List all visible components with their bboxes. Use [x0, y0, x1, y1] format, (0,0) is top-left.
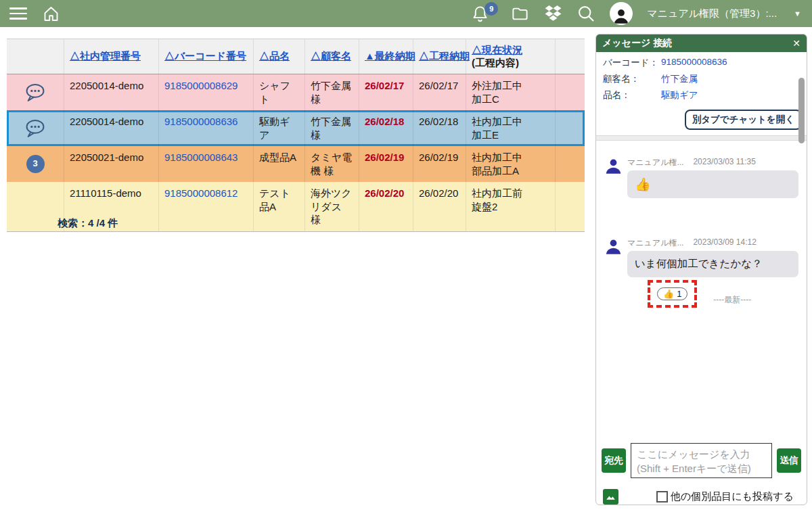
home-icon	[42, 5, 60, 23]
user-menu-label[interactable]: マニュアル権限（管理3）:...	[647, 7, 777, 20]
item-name-value: 駆動ギア	[661, 89, 807, 101]
cell-internal-id: 22050014-demo	[64, 110, 159, 146]
cell-process-due: 26/02/18	[413, 110, 466, 146]
message-count-badge: 3	[26, 155, 45, 173]
cell-extra	[556, 74, 585, 110]
cell-barcode-link[interactable]: 9185000008643	[164, 151, 238, 163]
dropbox-icon	[544, 5, 562, 22]
row-message-count-button[interactable]: 3	[7, 146, 64, 182]
cell-internal-id: 22050014-demo	[64, 74, 159, 110]
search-button[interactable]	[577, 4, 595, 23]
cell-internal-id: 22050021-demo	[64, 146, 159, 182]
cell-extra	[556, 182, 585, 231]
column-header-internal-id[interactable]: △社内管理番号	[70, 50, 141, 63]
attach-image-button[interactable]	[603, 489, 618, 505]
send-button[interactable]: 送信	[777, 448, 801, 473]
search-icon	[577, 4, 595, 23]
top-navigation-bar: 9 マニュアル権限（管理3）:... ▼	[0, 0, 812, 27]
notifications-button[interactable]: 9	[471, 5, 489, 23]
panel-scrollbar-thumb[interactable]	[798, 78, 805, 143]
message-bubble: いま何個加工できたかな？	[627, 251, 798, 277]
search-result-count: 検索：4 /4 件	[58, 217, 118, 230]
cell-barcode-link[interactable]: 9185000008612	[164, 187, 238, 199]
chat-message: マニュアル権... 2023/03/03 11:35 👍	[604, 157, 798, 198]
open-chat-new-tab-button[interactable]: 別タブでチャットを開く	[685, 110, 802, 130]
cell-extra	[556, 110, 585, 146]
cell-final-due: 26/02/18	[359, 110, 413, 146]
column-header-final-due[interactable]: ▲最終納期	[365, 50, 415, 63]
column-header-process-due[interactable]: △工程納期	[419, 50, 470, 63]
avatar-icon	[612, 6, 631, 25]
message-composer: 宛先 送信	[596, 443, 807, 481]
cell-final-due: 26/02/17	[359, 74, 413, 110]
cell-item-name: テスト品A	[254, 182, 305, 231]
cell-current-status: 外注加工中 加工C	[466, 74, 556, 110]
column-header-current-status[interactable]: △現在状況	[472, 44, 522, 57]
avatar	[610, 2, 633, 25]
post-to-other-items-checkbox[interactable]	[656, 491, 668, 503]
message-timestamp: 2023/03/09 14:12	[693, 237, 756, 249]
cell-item-name: 成型品A	[254, 146, 305, 182]
image-icon	[605, 491, 616, 503]
cell-item-name: 駆動ギア	[254, 110, 305, 146]
item-name-label: 品名：	[603, 89, 661, 101]
post-to-other-items-label: 他の個別品目にも投稿する	[671, 490, 794, 503]
customer-label: 顧客名：	[603, 73, 661, 85]
column-header-barcode[interactable]: △バーコード番号	[164, 50, 246, 63]
row-chat-button[interactable]	[7, 74, 64, 110]
person-avatar-icon	[604, 237, 623, 256]
row-chat-button[interactable]	[7, 110, 64, 146]
table-row-selected[interactable]: 22050014-demo 9185000008636 駆動ギア 竹下金属 様 …	[7, 110, 585, 146]
column-header-extra	[556, 39, 585, 74]
cell-customer: タミヤ電機 様	[305, 146, 359, 182]
message-panel-title: メッセージ 接続	[602, 37, 672, 49]
notification-badge: 9	[484, 2, 498, 16]
close-button[interactable]: ✕	[792, 38, 800, 49]
cell-current-status: 社内加工中 部品加工A	[466, 146, 556, 182]
cell-current-status: 社内加工中 加工E	[466, 110, 556, 146]
chevron-down-icon[interactable]: ▼	[791, 9, 801, 18]
reaction-count: 1	[677, 289, 681, 299]
folder-icon	[510, 5, 530, 23]
files-button[interactable]	[510, 5, 530, 23]
reaction-highlight-box: 👍 1	[648, 280, 697, 308]
user-menu[interactable]	[610, 2, 633, 25]
table-row[interactable]: 22050014-demo 9185000008629 シャフト 竹下金属 様 …	[7, 74, 585, 110]
work-items-table: △社内管理番号 △バーコード番号 △品名 △顧客名 ▲最終納期 △工程納期 △現…	[7, 39, 585, 232]
close-icon: ✕	[792, 38, 800, 49]
barcode-value: 9185000008636	[661, 57, 807, 69]
person-avatar-icon	[604, 157, 623, 175]
cell-item-name: シャフト	[254, 74, 305, 110]
cell-process-due: 26/02/17	[413, 74, 466, 110]
column-header-item-name[interactable]: △品名	[259, 50, 290, 63]
home-button[interactable]	[42, 5, 60, 23]
item-info-section: バーコード： 9185000008636 顧客名： 竹下金属 品名： 駆動ギア	[596, 52, 807, 106]
cell-final-due: 26/02/19	[359, 146, 413, 182]
cell-customer: 海外ツクリダス 様	[305, 182, 359, 231]
cell-customer: 竹下金属 様	[305, 110, 359, 146]
composer-options-row: 他の個別品目にも投稿する	[596, 481, 807, 505]
cell-extra	[556, 146, 585, 182]
column-header-current-status-sub: (工程内容)	[472, 57, 519, 70]
message-input[interactable]	[631, 443, 772, 478]
table-row[interactable]: 3 22050021-demo 9185000008643 成型品A タミヤ電機…	[7, 146, 585, 182]
column-header-customer[interactable]: △顧客名	[311, 50, 351, 63]
cell-barcode-link[interactable]: 9185000008629	[164, 80, 238, 91]
recipient-button[interactable]: 宛先	[602, 448, 626, 473]
cell-process-due: 26/02/19	[413, 146, 466, 182]
cell-final-due: 26/02/20	[359, 182, 413, 231]
row-icon-empty	[7, 182, 64, 231]
message-author: マニュアル権...	[627, 237, 683, 249]
message-timestamp: 2023/03/03 11:35	[693, 157, 756, 168]
dropbox-button[interactable]	[544, 5, 562, 22]
barcode-label: バーコード：	[603, 57, 661, 69]
customer-value: 竹下金属	[661, 73, 807, 85]
menu-button[interactable]	[9, 7, 27, 19]
post-to-other-items-option[interactable]: 他の個別品目にも投稿する	[656, 490, 794, 503]
column-header-icon	[7, 39, 64, 74]
thumbs-up-reaction[interactable]: 👍 1	[657, 287, 687, 300]
message-panel: メッセージ 接続 ✕ バーコード： 9185000008636 顧客名： 竹下金…	[595, 34, 807, 505]
cell-barcode-link[interactable]: 9185000008636	[164, 116, 238, 127]
thumbs-up-icon: 👍	[663, 289, 674, 299]
table-header-row: △社内管理番号 △バーコード番号 △品名 △顧客名 ▲最終納期 △工程納期 △現…	[7, 39, 585, 74]
